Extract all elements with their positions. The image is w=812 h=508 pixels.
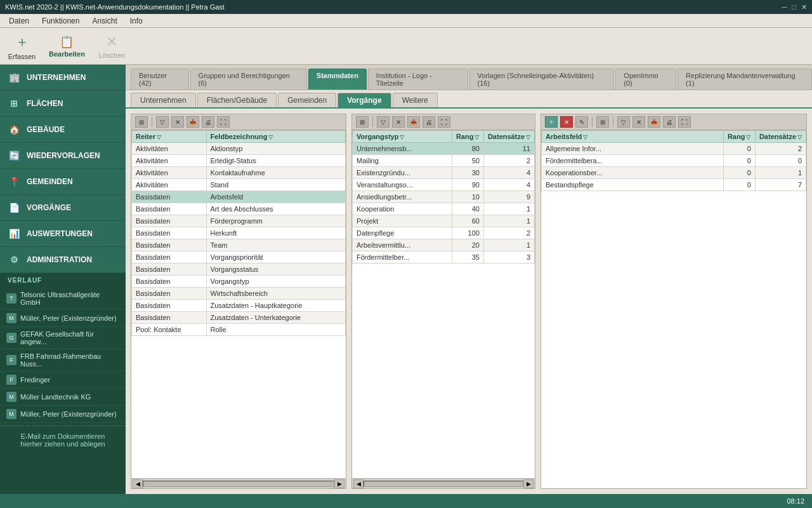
panel3-btn-expand[interactable]: ⛶ bbox=[678, 116, 691, 128]
panel2-scroll-right[interactable]: ▶ bbox=[523, 479, 534, 488]
menu-info[interactable]: Info bbox=[124, 15, 149, 27]
panel1-btn-table[interactable]: ⊞ bbox=[135, 116, 148, 128]
col-feldbezeichnung[interactable]: Feldbezeichnung▽ bbox=[206, 131, 345, 143]
menu-funktionen[interactable]: Funktionen bbox=[36, 15, 86, 27]
verlauf-item-6[interactable]: M Müller, Peter (Existenzgründer) bbox=[0, 406, 126, 423]
table-row[interactable]: Bestandspflege07 bbox=[542, 179, 806, 191]
table-row[interactable]: BasisdatenHerkunft bbox=[132, 227, 346, 239]
table-row[interactable]: Kooperationsber...01 bbox=[542, 167, 806, 179]
tab-vorlagen[interactable]: Vorlagen (Schnelleingabe-Aktivitäten) (1… bbox=[469, 69, 615, 90]
panel3-btn-filter[interactable]: ▽ bbox=[617, 116, 630, 128]
verlauf-item-0[interactable]: T Telsonic Ultraschallgeräte GmbH bbox=[0, 288, 126, 310]
table-row[interactable]: BasisdatenArt des Abschlusses bbox=[132, 203, 346, 215]
maximize-button[interactable]: □ bbox=[792, 3, 796, 11]
panel1-scroll-track[interactable] bbox=[143, 481, 334, 487]
table-row[interactable]: Veranstaltungso...904 bbox=[353, 179, 535, 191]
table-row[interactable]: Fördermittelbera...00 bbox=[542, 155, 806, 167]
table-row[interactable]: Kooperation401 bbox=[353, 203, 535, 215]
table-row[interactable]: BasisdatenArbeitsfeld bbox=[132, 191, 346, 203]
col-datensaetze2[interactable]: Datensätze▽ bbox=[483, 131, 534, 143]
minimize-button[interactable]: ─ bbox=[782, 3, 787, 11]
panel1-btn-print[interactable]: 🖨 bbox=[202, 116, 214, 128]
panel3-btn-table[interactable]: ⊞ bbox=[596, 116, 609, 128]
table-row[interactable]: BasisdatenTeam bbox=[132, 239, 346, 251]
panel2-btn-table[interactable]: ⊞ bbox=[356, 116, 369, 128]
table-row[interactable]: BasisdatenVorgangspriorität bbox=[132, 251, 346, 264]
panel1-hscroll[interactable]: ◀ ▶ bbox=[131, 478, 346, 488]
panel2-scroll-left[interactable]: ◀ bbox=[353, 479, 363, 488]
panel1-table-scroll[interactable]: Reiter▽ Feldbezeichnung▽ AktivitätenAkti… bbox=[131, 130, 346, 478]
verlauf-item-5[interactable]: M Müller Landtechnik KG bbox=[0, 389, 126, 406]
menu-ansicht[interactable]: Ansicht bbox=[86, 15, 123, 27]
sidebar-item-gebaeude[interactable]: 🏠 GEBÄUDE bbox=[0, 117, 126, 143]
subtab-weitere[interactable]: Weitere bbox=[393, 93, 438, 107]
sidebar-item-gemeinden[interactable]: 📍 GEMEINDEN bbox=[0, 169, 126, 195]
verlauf-item-4[interactable]: F Fredinger bbox=[0, 371, 126, 389]
subtab-vorgaenge[interactable]: Vorgänge bbox=[337, 93, 391, 107]
panel3-table-scroll[interactable]: Arbeitsfeld▽ Rang▽ Datensätze▽ Allgemein… bbox=[541, 130, 806, 488]
panel1-btn-clear[interactable]: ✕ bbox=[171, 116, 184, 128]
table-row[interactable]: Projekt601 bbox=[353, 215, 535, 227]
col-reiter[interactable]: Reiter▽ bbox=[132, 131, 207, 143]
verlauf-item-2[interactable]: G GEFAK Gesellschaft für angew... bbox=[0, 327, 126, 349]
table-row[interactable]: Pool: KontakteRolle bbox=[132, 324, 346, 336]
table-row[interactable]: BasisdatenWirtschaftsbereich bbox=[132, 288, 346, 300]
table-row[interactable]: Existenzgründu...304 bbox=[353, 167, 535, 179]
col-datensaetze3[interactable]: Datensätze▽ bbox=[755, 131, 806, 143]
table-row[interactable]: AktivitätenErledigt-Status bbox=[132, 155, 346, 167]
tab-gruppen[interactable]: Gruppen und Berechtigungen (6) bbox=[190, 69, 307, 90]
table-row[interactable]: Ansiedlungsbetr...109 bbox=[353, 191, 535, 203]
col-vorgangstyp[interactable]: Vorgangstyp▽ bbox=[353, 131, 452, 143]
panel3-btn-print[interactable]: 🖨 bbox=[663, 116, 676, 128]
subtab-unternehmen[interactable]: Unternehmen bbox=[131, 93, 196, 107]
bearbeiten-button[interactable]: 📋 Bearbeiten bbox=[49, 35, 85, 58]
sidebar-item-unternehmen[interactable]: 🏢 UNTERNEHMEN bbox=[0, 65, 126, 91]
sidebar-item-vorgaenge[interactable]: 📄 VORGÄNGE bbox=[0, 195, 126, 221]
col-rang3[interactable]: Rang▽ bbox=[723, 131, 755, 143]
table-row[interactable]: Allgemeine Infor...02 bbox=[542, 143, 806, 155]
panel3-btn-edit[interactable]: ✎ bbox=[575, 116, 588, 128]
tab-openimmo[interactable]: OpenImmo (0) bbox=[615, 69, 676, 90]
subtab-gemeinden[interactable]: Gemeinden bbox=[278, 93, 336, 107]
erfassen-button[interactable]: ＋ Erfassen bbox=[8, 32, 36, 60]
sidebar-item-auswertungen[interactable]: 📊 AUSWERTUNGEN bbox=[0, 221, 126, 247]
table-row[interactable]: Unternehmensb...8011 bbox=[353, 143, 535, 155]
panel1-scroll-left[interactable]: ◀ bbox=[133, 479, 143, 488]
table-row[interactable]: BasisdatenFörderprogramm bbox=[132, 215, 346, 227]
close-button[interactable]: ✕ bbox=[801, 3, 807, 11]
tab-replizierung[interactable]: Replizierung Mandantenverwaltung (1) bbox=[678, 69, 812, 90]
panel2-btn-print[interactable]: 🖨 bbox=[422, 116, 435, 128]
verlauf-item-3[interactable]: F FRB Fahrrad-Rahmenbau Nuss... bbox=[0, 349, 126, 371]
panel1-scroll-right[interactable]: ▶ bbox=[334, 479, 344, 488]
panel2-hscroll[interactable]: ◀ ▶ bbox=[352, 478, 535, 488]
tab-benutzer[interactable]: Benutzer (42) bbox=[131, 69, 189, 90]
panel2-scroll-track[interactable] bbox=[363, 481, 523, 487]
panel2-table-scroll[interactable]: Vorgangstyp▽ Rang▽ Datensätze▽ Unternehm… bbox=[352, 130, 535, 478]
menu-daten[interactable]: Daten bbox=[3, 15, 36, 27]
table-row[interactable]: BasisdatenVorgangsstatus bbox=[132, 264, 346, 276]
tab-institution[interactable]: Institution - Logo - Titelzeile bbox=[368, 69, 468, 90]
col-rang2[interactable]: Rang▽ bbox=[452, 131, 483, 143]
table-row[interactable]: AktivitätenStand bbox=[132, 179, 346, 191]
panel2-btn-expand[interactable]: ⛶ bbox=[438, 116, 450, 128]
sidebar-item-administration[interactable]: ⚙ ADMINISTRATION bbox=[0, 247, 126, 273]
panel1-btn-export[interactable]: 📤 bbox=[187, 116, 199, 128]
tab-stammdaten[interactable]: Stammdaten bbox=[308, 69, 367, 90]
panel2-btn-export[interactable]: 📤 bbox=[407, 116, 420, 128]
panel1-btn-expand[interactable]: ⛶ bbox=[217, 116, 230, 128]
panel3-btn-add[interactable]: ＋ bbox=[545, 116, 558, 128]
table-row[interactable]: AktivitätenKontaktaufnahme bbox=[132, 167, 346, 179]
col-arbeitsfeld[interactable]: Arbeitsfeld▽ bbox=[542, 131, 724, 143]
table-row[interactable]: Fördermittelber...353 bbox=[353, 251, 535, 264]
table-row[interactable]: Arbeitsvermittlu...201 bbox=[353, 239, 535, 251]
panel2-btn-filter[interactable]: ▽ bbox=[377, 116, 390, 128]
table-row[interactable]: AktivitätenAktionstyp bbox=[132, 143, 346, 155]
subtab-flaechen[interactable]: Flächen/Gebäude bbox=[197, 93, 277, 107]
sidebar-item-flaechen[interactable]: ⊞ FLÄCHEN bbox=[0, 91, 126, 117]
panel1-btn-filter[interactable]: ▽ bbox=[156, 116, 169, 128]
loeschen-button[interactable]: ✕ Löschen bbox=[98, 34, 126, 59]
table-row[interactable]: Mailing502 bbox=[353, 155, 535, 167]
table-row[interactable]: Datenpflege1002 bbox=[353, 227, 535, 239]
panel3-btn-export[interactable]: 📤 bbox=[648, 116, 660, 128]
panel3-btn-delete[interactable]: ✕ bbox=[560, 116, 573, 128]
